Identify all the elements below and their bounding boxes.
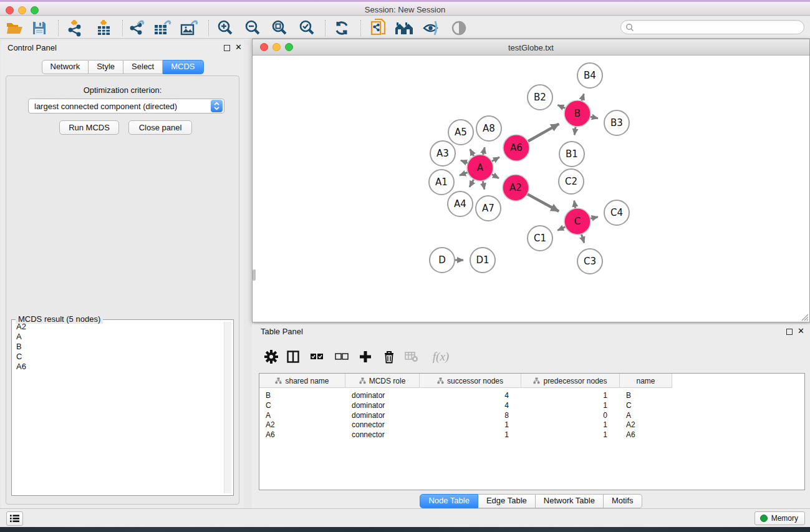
zoom-in-icon[interactable] [215,19,236,37]
network-graph[interactable]: B4B2BB3B1A5A8A3A6AA1A4A7A2C2C4CC1C3DD1 [253,56,809,322]
cell-shared-name[interactable]: A [259,410,345,420]
window-resize-grip[interactable] [801,313,809,321]
node-label-C1: C1 [534,233,546,244]
network-view-window: testGlobe.txt B4B2BB3B1A5A8A3A6AA1A4A7A2… [252,39,810,322]
export-image-icon[interactable] [179,19,200,37]
cell-MCDS-role[interactable]: dominator [345,410,420,420]
run-mcds-button[interactable]: Run MCDS [59,120,119,135]
close-panel-icon[interactable]: ✕ [798,326,804,336]
column-header-name[interactable]: name [620,374,672,388]
mcds-result-item[interactable]: C [14,352,223,362]
cell-successor-nodes[interactable]: 4 [420,390,521,400]
show-hide-columns-icon[interactable] [283,347,303,367]
export-network-icon[interactable] [126,19,147,37]
network-canvas[interactable]: B4B2BB3B1A5A8A3A6AA1A4A7A2C2C4CC1C3DD1 [253,56,809,322]
welcome-screen-icon[interactable] [393,19,415,37]
column-header-shared-name[interactable]: shared name [259,374,345,388]
cell-predecessor-nodes[interactable]: 1 [521,400,620,410]
cell-name[interactable]: A6 [620,430,672,440]
float-panel-icon[interactable] [786,329,793,335]
main-titlebar: Session: New Session [0,0,810,16]
tab-network-table[interactable]: Network Table [536,494,604,508]
search-input[interactable] [634,22,804,33]
delete-table-icon[interactable] [402,347,422,367]
mcds-result-item[interactable]: B [14,342,223,352]
cell-predecessor-nodes[interactable]: 1 [521,390,620,400]
table-row[interactable]: A2connector11A2 [259,420,672,430]
apply-layout-icon[interactable] [331,19,352,37]
select-all-icon[interactable] [307,347,327,367]
tab-select[interactable]: Select [123,60,163,74]
edge-A6-B[interactable] [526,124,559,143]
mcds-result-list[interactable]: A2ABCA6 [14,322,223,493]
import-network-icon[interactable] [64,19,85,37]
cell-predecessor-nodes[interactable]: 0 [521,410,620,420]
toggle-graphics-details-icon[interactable] [420,19,441,37]
memory-button[interactable]: Memory [755,511,805,525]
control-panel-header: Control Panel ✕ [1,41,244,56]
zoom-out-icon[interactable] [242,19,263,37]
table-panel-header: Table Panel ✕ [252,324,810,339]
cell-MCDS-role[interactable]: dominator [345,390,420,400]
tab-motifs[interactable]: Motifs [604,494,642,508]
close-panel-icon[interactable]: ✕ [235,42,242,52]
cell-MCDS-role[interactable]: connector [345,430,420,440]
network-vertical-scrollbar-thumb[interactable] [253,269,256,281]
column-header-successor-nodes[interactable]: successor nodes [420,374,521,388]
cell-successor-nodes[interactable]: 8 [420,410,521,420]
new-network-from-selection-icon[interactable] [368,19,389,37]
zoom-fit-icon[interactable] [269,19,290,37]
zoom-selected-icon[interactable] [296,19,317,37]
cell-name[interactable]: A [620,410,672,420]
cell-successor-nodes[interactable]: 1 [420,420,521,430]
node-label-B: B [574,108,581,119]
save-icon[interactable] [29,19,50,37]
cell-name[interactable]: B [620,390,672,400]
cytoscape-app: Session: New Session [0,0,810,532]
table-row[interactable]: A6connector11A6 [259,430,672,440]
mcds-result-item[interactable]: A [14,332,223,342]
create-column-icon[interactable] [355,347,375,367]
column-header-predecessor-nodes[interactable]: predecessor nodes [521,374,620,388]
table-row[interactable]: Bdominator41B [259,390,672,400]
deselect-all-icon[interactable] [332,347,352,367]
tab-edge-table[interactable]: Edge Table [478,494,536,508]
cell-MCDS-role[interactable]: connector [345,420,420,430]
cell-name[interactable]: A2 [620,420,672,430]
function-builder-icon[interactable]: f(x) [427,347,455,367]
cell-shared-name[interactable]: A2 [259,420,345,430]
delete-columns-icon[interactable] [379,347,399,367]
show-details-icon[interactable] [448,19,470,37]
float-panel-icon[interactable] [224,45,230,51]
cell-MCDS-role[interactable]: dominator [345,400,420,410]
table-row[interactable]: Cdominator41C [259,400,672,410]
show-panels-menu-button[interactable] [6,511,23,526]
tab-mcds[interactable]: MCDS [163,60,203,74]
column-header-MCDS-role[interactable]: MCDS role [345,374,420,388]
import-table-icon[interactable] [93,19,114,37]
cell-successor-nodes[interactable]: 1 [420,430,521,440]
mcds-result-item[interactable]: A6 [14,362,223,372]
cell-successor-nodes[interactable]: 4 [420,400,521,410]
cell-predecessor-nodes[interactable]: 1 [521,420,620,430]
tab-style[interactable]: Style [89,60,123,74]
mcds-result-item[interactable]: A2 [14,322,223,332]
mcds-list-scrollbar[interactable] [224,322,231,493]
tab-network[interactable]: Network [41,60,89,74]
settings-gear-icon[interactable] [261,347,281,367]
cell-name[interactable]: C [620,400,672,410]
node-attribute-table[interactable]: shared nameMCDS rolesuccessor nodesprede… [259,373,805,490]
table-row[interactable]: Adominator80A [259,410,672,420]
network-window-title: testGlobe.txt [253,43,809,52]
edge-A2-C[interactable] [526,193,559,211]
cell-shared-name[interactable]: A6 [259,430,345,440]
optimization-criterion-dropdown[interactable]: largest connected component (directed) [28,99,224,114]
open-file-icon[interactable] [4,19,25,37]
cell-predecessor-nodes[interactable]: 1 [521,430,620,440]
export-table-icon[interactable] [152,19,173,37]
cell-shared-name[interactable]: B [259,390,345,400]
cell-shared-name[interactable]: C [259,400,345,410]
close-panel-button[interactable]: Close panel [128,120,192,135]
tab-node-table[interactable]: Node Table [420,494,478,508]
table-panel-title: Table Panel [261,327,303,336]
